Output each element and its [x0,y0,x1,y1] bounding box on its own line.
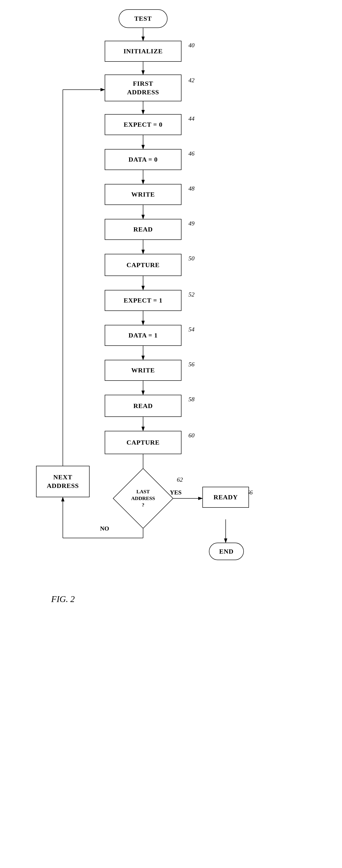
capture2-node: CAPTURE [105,431,181,454]
expect1-label: EXPECT = 1 [124,297,162,304]
data0-node: DATA = 0 [105,149,181,170]
last-address-node: LASTADDRESS? [120,475,166,522]
label-60: 60 [189,432,195,439]
expect1-node: EXPECT = 1 [105,290,181,311]
label-54: 54 [189,326,195,333]
write2-label: WRITE [131,367,155,374]
ready-label: READY [213,494,238,501]
expect0-label: EXPECT = 0 [124,121,162,128]
label-50: 50 [189,255,195,262]
test-node: TEST [118,9,168,28]
write1-label: WRITE [131,191,155,198]
capture1-node: CAPTURE [105,254,181,276]
label-40: 40 [189,42,195,49]
label-49: 49 [189,220,195,227]
ready-node: READY [202,487,249,508]
write1-node: WRITE [105,184,181,205]
last-address-label: LASTADDRESS? [131,488,155,508]
label-46: 46 [189,150,195,157]
figure-label: FIG. 2 [51,594,75,604]
write2-node: WRITE [105,360,181,381]
label-52: 52 [189,291,195,298]
test-label: TEST [134,15,152,22]
yes-label: YES [170,489,182,496]
label-42: 42 [189,77,195,84]
label-56: 56 [189,361,195,368]
flowchart-diagram: TEST 40 INITIALIZE 42 FIRST ADDRESS 44 E… [0,0,342,868]
read2-label: READ [133,402,152,410]
initialize-label: INITIALIZE [124,48,163,55]
end-label: END [219,548,234,555]
end-node: END [209,542,244,560]
next-address-node: NEXT ADDRESS [36,466,90,497]
label-62: 62 [177,476,183,483]
data1-label: DATA = 1 [129,332,158,339]
data0-label: DATA = 0 [129,156,158,163]
read2-node: READ [105,395,181,417]
data1-node: DATA = 1 [105,325,181,346]
label-44: 44 [189,115,195,122]
expect0-node: EXPECT = 0 [105,114,181,135]
initialize-node: INITIALIZE [105,41,181,62]
label-48: 48 [189,185,195,192]
no-label: NO [100,525,109,532]
next-address-label: NEXT ADDRESS [47,473,79,490]
capture1-label: CAPTURE [127,261,160,269]
capture2-label: CAPTURE [127,439,160,446]
read1-node: READ [105,219,181,240]
read1-label: READ [133,226,152,233]
label-58: 58 [189,396,195,403]
first-address-node: FIRST ADDRESS [105,74,181,101]
first-address-label: FIRST ADDRESS [127,80,159,96]
